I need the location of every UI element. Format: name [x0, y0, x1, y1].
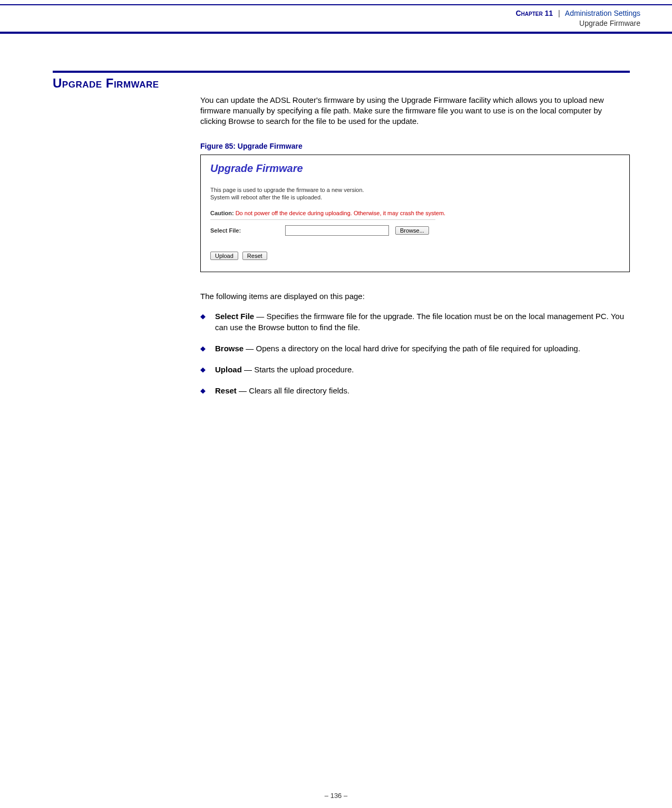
item-label: Select File [215, 312, 254, 321]
item-desc: — Specifies the firmware file for the up… [215, 312, 624, 331]
page-number: – 136 – [325, 792, 347, 800]
select-file-input[interactable] [285, 225, 389, 236]
item-label: Reset [215, 386, 237, 395]
list-item: Browse — Opens a directory on the local … [200, 343, 630, 354]
figure-desc-line2: System will reboot after the file is upl… [210, 194, 620, 201]
reset-button[interactable]: Reset [242, 252, 267, 260]
item-list: Select File — Specifies the firmware fil… [200, 311, 630, 396]
upload-button[interactable]: Upload [210, 252, 238, 260]
figure-desc-line1: This page is used to upgrade the firmwar… [210, 186, 620, 194]
figure-caption: Figure 85: Upgrade Firmware [200, 142, 630, 150]
intro-paragraph: You can update the ADSL Router's firmwar… [200, 95, 630, 127]
list-item: Upload — Starts the upload procedure. [200, 364, 630, 375]
page-header: Chapter 11 | Administration Settings Upg… [0, 5, 672, 32]
chapter-separator: | [555, 9, 563, 17]
chapter-label: Chapter 11 [515, 9, 553, 17]
page-footer: – 136 – [0, 792, 672, 800]
item-label: Browse [215, 344, 244, 353]
select-file-label: Select File: [210, 227, 279, 234]
chapter-title: Administration Settings [565, 9, 640, 17]
browse-button[interactable]: Browse... [395, 226, 429, 235]
section-heading: Upgrade Firmware [53, 76, 630, 91]
caution-text: Do not power off the device during uploa… [234, 210, 446, 216]
caution-label: Caution: [210, 210, 234, 216]
item-desc: — Starts the upload procedure. [242, 365, 354, 374]
item-desc: — Opens a directory on the local hard dr… [244, 344, 580, 353]
list-item: Reset — Clears all file directory fields… [200, 386, 630, 396]
figure-box: Upgrade Firmware This page is used to up… [200, 155, 630, 273]
following-intro: The following items are displayed on thi… [200, 291, 630, 302]
figure-title: Upgrade Firmware [210, 162, 620, 175]
item-desc: — Clears all file directory fields. [237, 386, 349, 395]
item-label: Upload [215, 365, 242, 374]
list-item: Select File — Specifies the firmware fil… [200, 311, 630, 333]
chapter-subtitle: Upgrade Firmware [515, 18, 640, 28]
